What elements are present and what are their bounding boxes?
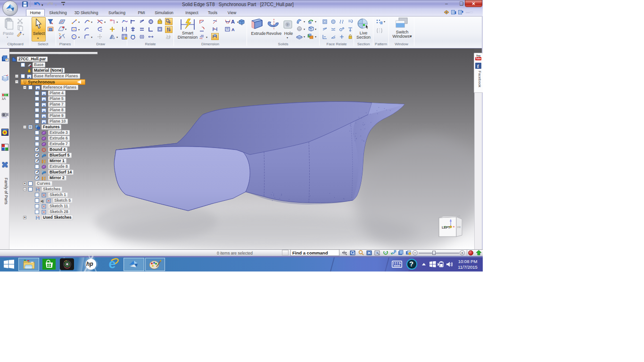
svg-text:+x: +x [199,37,203,40]
svg-text:λΛ: λΛ [2,97,6,100]
svg-text:FR: FR [457,226,461,229]
svg-text:LEFT: LEFT [442,225,450,230]
svg-text:?: ? [286,23,289,27]
